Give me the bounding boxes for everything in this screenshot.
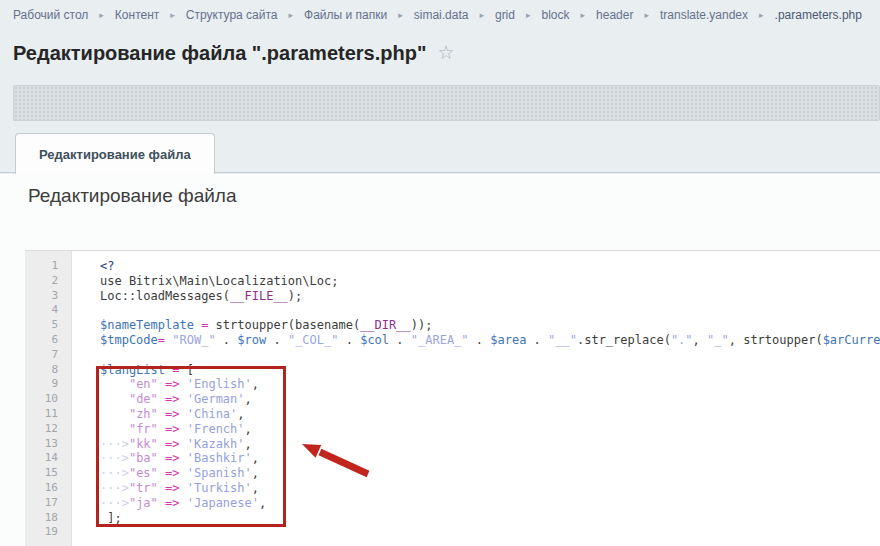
breadcrumb-item[interactable]: Рабочий стол: [13, 8, 88, 22]
code-line[interactable]: ];: [100, 511, 880, 526]
code-line[interactable]: <?: [100, 259, 880, 274]
code-line[interactable]: "en" => 'English',: [100, 377, 880, 392]
line-number: 8: [25, 363, 58, 378]
content-area: Редактирование файла 1234567891011121314…: [0, 174, 880, 546]
code-content[interactable]: <?use Bitrix\Main\Localization\Loc;Loc::…: [72, 251, 880, 546]
page-title: Редактирование файла ".parameters.php": [13, 42, 426, 65]
line-number: 11: [25, 407, 58, 422]
tab-edit-file[interactable]: Редактирование файла: [15, 133, 215, 174]
breadcrumb-item[interactable]: header: [596, 8, 633, 22]
tab-edit-file-label: Редактирование файла: [39, 147, 191, 162]
code-line[interactable]: [100, 348, 880, 363]
breadcrumb-item[interactable]: .parameters.php: [775, 8, 862, 22]
breadcrumb-separator-icon: ▸: [398, 10, 403, 20]
line-number: 2: [25, 274, 58, 289]
breadcrumb-item[interactable]: block: [542, 8, 570, 22]
breadcrumb-separator-icon: ▸: [759, 10, 764, 20]
code-line[interactable]: $nameTemplate = strtoupper(basename(__DI…: [100, 318, 880, 333]
line-number: 3: [25, 289, 58, 304]
line-number: 9: [25, 377, 58, 392]
line-number: 1: [25, 259, 58, 274]
code-line[interactable]: "de" => 'German',: [100, 392, 880, 407]
code-line[interactable]: ···>"kk" => 'Kazakh',: [100, 437, 880, 452]
line-number: 10: [25, 392, 58, 407]
code-line[interactable]: ···>"ba" => 'Bashkir',: [100, 451, 880, 466]
breadcrumb-separator-icon: ▸: [526, 10, 531, 20]
line-number: 15: [25, 466, 58, 481]
breadcrumb-item[interactable]: Структура сайта: [186, 8, 278, 22]
line-number: 14: [25, 451, 58, 466]
line-number: 16: [25, 481, 58, 496]
breadcrumb-separator-icon: ▸: [289, 10, 294, 20]
code-line[interactable]: [100, 525, 880, 540]
breadcrumb-separator-icon: ▸: [479, 10, 484, 20]
breadcrumb-separator-icon: ▸: [170, 10, 175, 20]
line-number: 4: [25, 303, 58, 318]
line-number: 5: [25, 318, 58, 333]
line-number: 6: [25, 333, 58, 348]
breadcrumb-item[interactable]: simai.data: [414, 8, 469, 22]
code-line[interactable]: "fr" => 'French',: [100, 422, 880, 437]
code-editor[interactable]: 12345678910111213141516171819 <?use Bitr…: [25, 250, 880, 546]
breadcrumb-item[interactable]: translate.yandex: [660, 8, 748, 22]
breadcrumb: Рабочий стол▸Контент▸Структура сайта▸Фай…: [13, 0, 880, 30]
breadcrumb-item[interactable]: Контент: [115, 8, 159, 22]
code-line[interactable]: [100, 303, 880, 318]
tab-strip: Редактирование файла: [0, 133, 880, 173]
line-number: 19: [25, 525, 58, 540]
code-line[interactable]: ···>"tr" => 'Turkish',: [100, 481, 880, 496]
section-heading: Редактирование файла: [28, 185, 236, 207]
code-line[interactable]: $langList = [: [100, 363, 880, 378]
breadcrumb-separator-icon: ▸: [644, 10, 649, 20]
breadcrumb-separator-icon: ▸: [581, 10, 586, 20]
breadcrumb-item[interactable]: Файлы и папки: [304, 8, 387, 22]
line-number: 12: [25, 422, 58, 437]
line-number: 13: [25, 437, 58, 452]
code-line[interactable]: $tmpCode= "ROW_" . $row . "_COL_" . $col…: [100, 333, 880, 348]
code-line[interactable]: "zh" => 'China',: [100, 407, 880, 422]
breadcrumb-item[interactable]: grid: [495, 8, 515, 22]
favorite-star-icon[interactable]: ☆: [437, 41, 454, 64]
line-number: 7: [25, 348, 58, 363]
code-line[interactable]: ···>"ja" => 'Japanese',: [100, 496, 880, 511]
page-title-row: Редактирование файла ".parameters.php" ☆: [13, 42, 454, 65]
code-line[interactable]: use Bitrix\Main\Localization\Loc;: [100, 274, 880, 289]
line-number: 18: [25, 511, 58, 526]
code-line[interactable]: ···>"es" => 'Spanish',: [100, 466, 880, 481]
code-line[interactable]: Loc::loadMessages(__FILE__);: [100, 289, 880, 304]
bitrix-admin-page: Рабочий стол▸Контент▸Структура сайта▸Фай…: [0, 0, 880, 546]
breadcrumb-separator-icon: ▸: [99, 10, 104, 20]
line-number-gutter: 12345678910111213141516171819: [25, 251, 72, 546]
toolbar-bar: [13, 85, 880, 121]
line-number: 17: [25, 496, 58, 511]
